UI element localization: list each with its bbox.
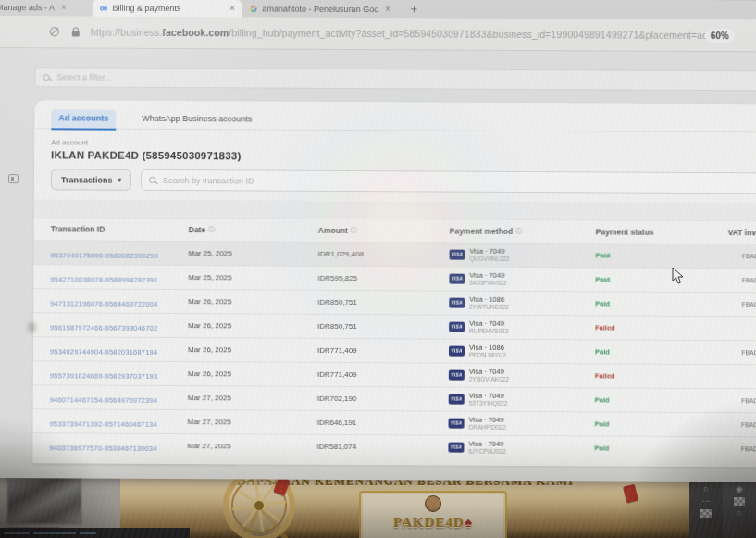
tool-icon[interactable]: ◉ bbox=[736, 485, 743, 494]
table-row[interactable]: 9403736977570-9538467130034 Mar 27, 2025… bbox=[32, 432, 756, 461]
visa-icon: VISA bbox=[449, 419, 465, 429]
column-payment-status: Payment status bbox=[596, 227, 728, 237]
status-badge: Paid bbox=[595, 347, 727, 357]
swatch-icon[interactable] bbox=[734, 497, 745, 506]
zoom-level-badge[interactable]: 60% bbox=[705, 29, 735, 43]
transaction-search-input[interactable] bbox=[161, 174, 756, 189]
card-label: Visa · 1086 bbox=[469, 344, 506, 352]
transaction-id-link[interactable]: 9561587972466-9567393046702 bbox=[50, 323, 157, 332]
close-icon[interactable]: × bbox=[61, 2, 67, 12]
vat-invoice-cell[interactable]: FBADS-634-10434694 bbox=[741, 421, 756, 428]
new-tab-button[interactable]: + bbox=[411, 3, 417, 18]
status-text-fragment bbox=[80, 532, 96, 534]
tool-icon[interactable]: ○ bbox=[737, 509, 741, 518]
payment-method-cell: VISA Visa · 7049 3AJ3PIAV022 bbox=[449, 271, 595, 288]
close-icon[interactable]: × bbox=[385, 4, 390, 14]
info-icon[interactable]: ⓘ bbox=[351, 226, 357, 235]
card-label: Visa · 7049 bbox=[469, 271, 506, 280]
payment-method-cell: VISA Visa · 7049 RUPEHVS022 bbox=[449, 319, 595, 336]
status-badge: Paid bbox=[596, 251, 728, 260]
url-bar[interactable]: https://business.facebook.com/billing_hu… bbox=[0, 16, 756, 52]
tab-billing-payments[interactable]: ∞ Billing & payments × bbox=[93, 0, 242, 17]
search-icon bbox=[43, 74, 50, 81]
date-cell: Mar 27, 2025 bbox=[188, 418, 317, 427]
transaction-id-link[interactable]: 9403736977570-9538467130034 bbox=[49, 444, 156, 453]
status-badge: Paid bbox=[595, 275, 727, 284]
card-reference: 6JYCPIAJ022 bbox=[468, 448, 506, 456]
tab-label: Billing & payments bbox=[112, 3, 223, 13]
transactions-dropdown-button[interactable]: Transactions ▾ bbox=[51, 169, 131, 190]
amount-cell: IDR771,409 bbox=[317, 346, 449, 356]
app-status-bar bbox=[0, 528, 190, 538]
table-controls: Transactions ▾ bbox=[34, 160, 756, 194]
mouse-cursor bbox=[672, 267, 684, 284]
zoom-tool-icon[interactable]: ○ bbox=[703, 485, 708, 494]
transaction-id-link[interactable]: 9542710038078-9588994282391 bbox=[50, 275, 157, 284]
vat-invoice-cell[interactable]: FBADS-634-10434698 bbox=[741, 445, 756, 452]
transaction-search-box[interactable] bbox=[141, 169, 756, 194]
transaction-id-link[interactable]: 9460714467154-9564975972394 bbox=[50, 395, 157, 405]
visa-icon: VISA bbox=[449, 346, 465, 357]
vat-invoice-cell[interactable]: FBADS-634-10434560 bbox=[742, 253, 756, 259]
payment-method-cell: VISA Visa · 7049 DRAHPID022 bbox=[449, 416, 595, 432]
status-badge: Paid bbox=[595, 299, 727, 308]
visa-icon: VISA bbox=[449, 274, 465, 284]
status-badge: Paid bbox=[595, 419, 727, 429]
vat-invoice-cell[interactable]: FBADS-634-10434680 bbox=[741, 397, 756, 404]
column-payment-method: Payment methodⓘ bbox=[450, 227, 596, 237]
filter-input[interactable] bbox=[56, 71, 756, 87]
status-badge: Failed bbox=[595, 371, 727, 381]
transaction-id-link[interactable]: 9533739471392-9571460467134 bbox=[50, 419, 157, 429]
card-label: Visa · 7049 bbox=[469, 319, 508, 328]
photo-thumbnail bbox=[7, 474, 81, 524]
vat-invoice-cell[interactable]: FBADS-634-10434646 bbox=[741, 349, 756, 356]
card-reference: RUPEHVS022 bbox=[469, 328, 508, 335]
browser-window: er - Manage ads - A × ∞ Billing & paymen… bbox=[0, 0, 756, 482]
card-label: Visa · 7049 bbox=[470, 247, 510, 256]
payment-method-cell: VISA Visa · 7049 2YBGVIAK022 bbox=[449, 368, 595, 384]
date-cell: Mar 27, 2025 bbox=[187, 442, 316, 451]
payment-method-cell: VISA Visa · 7049 53T3YIHQ022 bbox=[449, 392, 595, 408]
transaction-id-link[interactable]: 9537940175690-9580082390290 bbox=[51, 251, 158, 260]
amount-cell: IDR646,191 bbox=[317, 419, 449, 428]
card-reference: PFD5LNE022 bbox=[469, 352, 506, 359]
content-blocked-icon[interactable] bbox=[50, 27, 59, 36]
info-icon[interactable]: ⓘ bbox=[515, 227, 522, 236]
vat-invoice-cell[interactable]: FBADS-634-10434612 bbox=[741, 301, 756, 307]
tab-manage-ads[interactable]: er - Manage ads - A × bbox=[0, 0, 93, 17]
ad-account-block: Ad account IKLAN PAKDE4D (58594503097183… bbox=[34, 129, 756, 165]
url-text[interactable]: https://business.facebook.com/billing_hu… bbox=[91, 27, 713, 42]
more-tools-icon[interactable]: ⋯ bbox=[702, 497, 711, 506]
info-icon[interactable]: ⓘ bbox=[208, 225, 215, 234]
filter-bar[interactable] bbox=[34, 67, 756, 92]
transaction-id-link[interactable]: 9471312196076-9564469722004 bbox=[50, 299, 157, 308]
lock-icon[interactable] bbox=[72, 31, 80, 36]
tab-google-search[interactable]: amanahtoto - Penelusuran Goo × bbox=[242, 0, 398, 18]
amount-cell: IDR702,190 bbox=[317, 394, 449, 404]
date-cell: Mar 25, 2025 bbox=[188, 273, 317, 282]
spade-icon: ♠ bbox=[465, 515, 473, 530]
pakde4d-logo-frame: PAKDE4D♠ bbox=[359, 491, 507, 538]
date-cell: Mar 26, 2025 bbox=[188, 297, 317, 307]
transaction-id-link[interactable]: 9534029744904-9582031687194 bbox=[50, 347, 157, 357]
vat-invoice-cell[interactable]: FBADS-634-10434604 bbox=[742, 277, 756, 283]
status-text-fragment bbox=[33, 532, 76, 534]
payment-method-cell: VISA Visa · 7049 QUGVHNL022 bbox=[450, 247, 596, 264]
amount-cell: IDR850,751 bbox=[317, 322, 449, 332]
side-panel-icon[interactable] bbox=[8, 174, 19, 183]
card-label: Visa · 7049 bbox=[469, 392, 508, 400]
date-cell: Mar 25, 2025 bbox=[189, 249, 318, 258]
tab-label: er - Manage ads - A bbox=[0, 2, 55, 11]
transactions-button-label: Transactions bbox=[61, 175, 113, 184]
visa-icon: VISA bbox=[448, 443, 464, 453]
close-icon[interactable]: × bbox=[229, 3, 235, 13]
tab-ad-accounts[interactable]: Ad accounts bbox=[51, 109, 116, 128]
amount-cell: IDR1,029,408 bbox=[318, 250, 450, 259]
swatch-icon[interactable] bbox=[700, 509, 712, 518]
google-logo-icon bbox=[250, 4, 258, 13]
page-content: Ad accounts WhatsApp Business accounts A… bbox=[0, 67, 756, 482]
visa-icon: VISA bbox=[449, 370, 465, 381]
transaction-id-link[interactable]: 9557391024669-9582937037193 bbox=[50, 371, 157, 381]
chevron-down-icon: ▾ bbox=[118, 176, 121, 183]
tab-whatsapp-business-accounts[interactable]: WhatsApp Business accounts bbox=[134, 110, 259, 130]
